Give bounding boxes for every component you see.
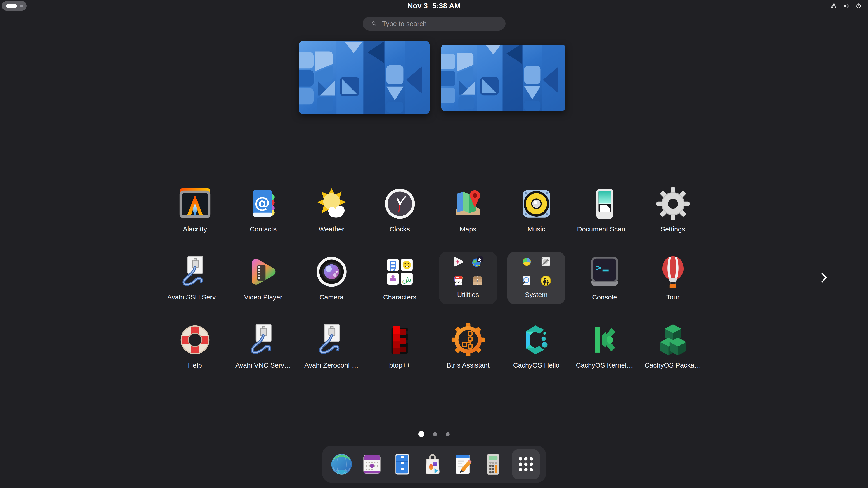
workspace-thumbnail-2[interactable] (441, 44, 565, 111)
app-cachyos-package-installer[interactable]: CachyOS Packa… (639, 322, 707, 369)
app-avahi-vnc[interactable]: Avahi VNC Serv… (229, 322, 297, 369)
dock-calculator[interactable] (480, 451, 506, 478)
folder-utilities[interactable]: Utilities (439, 252, 497, 304)
app-label: Camera (319, 293, 344, 301)
app-label: Avahi VNC Serv… (236, 361, 291, 369)
contacts-icon (246, 186, 281, 222)
disk-usage-mini-icon (520, 255, 534, 269)
parental-controls-mini-icon (539, 274, 553, 288)
btop-icon (382, 322, 417, 358)
app-contacts[interactable]: Contacts (229, 186, 297, 233)
weather-icon (314, 186, 349, 222)
app-tour[interactable]: Tour (639, 254, 707, 301)
app-alacritty[interactable]: Alacritty (161, 186, 229, 233)
app-label: Music (527, 225, 545, 233)
app-grid-icon (515, 453, 537, 475)
dock-text-editor[interactable] (450, 451, 476, 478)
page-dot-2[interactable] (433, 432, 437, 436)
tour-balloon-icon (655, 254, 691, 290)
app-btop[interactable]: btop++ (366, 322, 434, 369)
app-label: Console (592, 293, 617, 301)
app-label: btop++ (389, 361, 410, 369)
disk-utility-mini-icon (539, 255, 553, 269)
app-label: Tour (666, 293, 679, 301)
clock-date: Nov 3 (407, 2, 428, 10)
app-clocks[interactable]: Clocks (366, 186, 434, 233)
clock[interactable]: Nov 3 5:38 AM (0, 2, 868, 10)
settings-gear-icon (655, 186, 691, 222)
cachyos-hello-icon (519, 322, 554, 358)
app-weather[interactable]: Weather (297, 186, 366, 233)
page-dots[interactable] (0, 431, 868, 437)
dock-software[interactable] (419, 451, 446, 478)
avahi-icon (314, 322, 349, 358)
app-cachyos-kernel-manager[interactable]: CachyOS Kernel… (570, 322, 639, 369)
document-scanner-icon (587, 186, 622, 222)
alacritty-icon (177, 186, 213, 222)
app-document-scanner[interactable]: Document Scan… (570, 186, 639, 233)
dock-files[interactable] (389, 451, 415, 478)
power-icon[interactable] (855, 2, 862, 9)
page-dot-1-active[interactable] (418, 431, 424, 437)
app-label: Settings (661, 225, 685, 233)
app-camera[interactable]: Camera (297, 254, 366, 301)
app-maps[interactable]: Maps (434, 186, 502, 233)
btrfs-assistant-icon (451, 322, 486, 358)
app-cachyos-hello[interactable]: CachyOS Hello (502, 322, 570, 369)
globe-cursor-mini-icon (470, 255, 485, 269)
app-help[interactable]: Help (161, 322, 229, 369)
app-settings[interactable]: Settings (639, 186, 707, 233)
app-video-player[interactable]: Video Player (229, 254, 297, 301)
app-label: Btrfs Assistant (446, 361, 490, 369)
avahi-icon (177, 254, 213, 290)
wallpaper-preview (441, 44, 565, 111)
folder-label: System (525, 291, 548, 299)
search-icon (370, 20, 378, 28)
app-console[interactable]: Console (570, 254, 639, 301)
network-wired-icon[interactable] (830, 2, 837, 9)
folder-preview (520, 255, 553, 288)
app-label: Document Scan… (577, 225, 632, 233)
maps-icon (451, 186, 486, 222)
app-label: Avahi Zeroconf … (304, 361, 359, 369)
dock-calendar[interactable] (359, 451, 385, 478)
app-label: Maps (460, 225, 476, 233)
folder-system[interactable]: System (507, 252, 565, 304)
calculator-icon (480, 452, 506, 477)
page-dot-3[interactable] (446, 432, 450, 436)
system-status-area[interactable] (830, 2, 862, 9)
app-btrfs-assistant[interactable]: Btrfs Assistant (434, 322, 502, 369)
music-icon (519, 186, 554, 222)
app-label: Clocks (390, 225, 410, 233)
app-label: CachyOS Packa… (645, 361, 701, 369)
archive-manager-mini-icon (470, 274, 485, 288)
logs-mini-icon (520, 274, 534, 288)
cachyos-package-icon (655, 322, 691, 358)
app-label: CachyOS Hello (513, 361, 559, 369)
app-label: Alacritty (183, 225, 207, 233)
app-label: Contacts (250, 225, 277, 233)
folder-preview (452, 255, 485, 288)
app-avahi-zeroconf[interactable]: Avahi Zeroconf … (297, 322, 366, 369)
calendar-icon (359, 452, 384, 477)
characters-icon (382, 254, 417, 290)
app-label: Help (188, 361, 202, 369)
app-avahi-ssh[interactable]: Avahi SSH Serv… (161, 254, 229, 301)
dock-web-browser[interactable] (328, 451, 355, 478)
text-editor-icon (450, 452, 475, 477)
app-label: Video Player (244, 293, 282, 301)
app-label: Weather (319, 225, 344, 233)
folder-label: Utilities (457, 291, 479, 299)
show-apps-button[interactable] (512, 449, 540, 479)
wallpaper-preview (299, 41, 430, 114)
volume-icon[interactable] (843, 2, 850, 9)
workspace-thumbnail-1[interactable] (299, 41, 430, 114)
app-characters[interactable]: Characters (366, 254, 434, 301)
clocks-icon (382, 186, 417, 222)
next-page-arrow[interactable] (817, 270, 831, 285)
app-music[interactable]: Music (502, 186, 570, 233)
search-input[interactable]: Type to search (363, 17, 505, 31)
help-lifebuoy-icon (177, 322, 213, 358)
dock (322, 446, 546, 483)
app-label: Avahi SSH Serv… (167, 293, 223, 301)
